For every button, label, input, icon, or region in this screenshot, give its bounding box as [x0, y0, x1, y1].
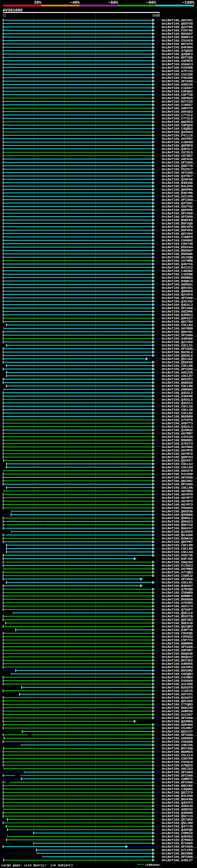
svg-text:~60%: ~60%	[108, 1, 118, 5]
svg-text:~40%: ~40%	[70, 1, 80, 5]
svg-text:20%: 20%	[34, 1, 41, 5]
svg-text:=100char.: =100char.	[145, 863, 162, 867]
svg-text:~100%: ~100%	[182, 1, 195, 5]
svg-text:~80%: ~80%	[146, 1, 156, 5]
svg-text:UniRef100_A4HL27: UniRef100_A4HL27	[162, 859, 193, 863]
svg-text:1: 1	[4, 13, 6, 18]
svg-text:AlignView.pm Beta rel.7: AlignView.pm Beta rel.7	[124, 9, 159, 12]
svg-text:508: 508	[152, 13, 159, 18]
svg-text:Large gaps: ▲(in Query)/− (in: Large gaps: ▲(in Query)/− (in Subject)	[2, 864, 73, 867]
